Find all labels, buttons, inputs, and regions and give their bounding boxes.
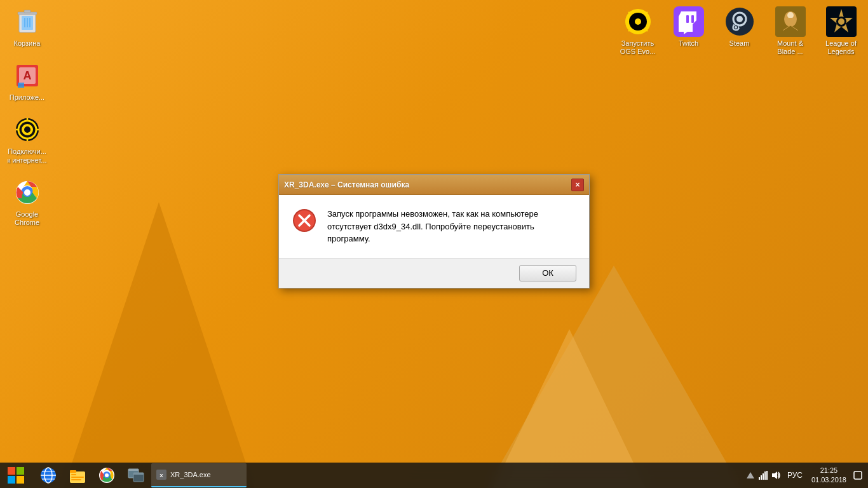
svg-rect-79: [761, 475, 762, 480]
dialog-footer: ОК: [279, 258, 589, 288]
desktop: Корзина A Приложе...: [0, 0, 868, 488]
tray-expand-icon[interactable]: [745, 470, 756, 480]
dialog-title: XR_3DA.exe – Системная ошибка: [284, 180, 409, 189]
svg-rect-56: [17, 476, 24, 484]
taskbar-chrome[interactable]: [93, 463, 121, 487]
svg-rect-82: [766, 471, 768, 480]
error-dialog: XR_3DA.exe – Системная ошибка × Запуск п…: [278, 174, 590, 288]
svg-rect-54: [17, 467, 24, 475]
taskbar: X XR_3DA.exe: [0, 463, 868, 488]
taskbar-clock[interactable]: 21:25 01.03.2018: [809, 466, 849, 485]
svg-marker-83: [772, 471, 777, 479]
tray-volume-icon[interactable]: [771, 470, 781, 480]
error-icon: [292, 208, 317, 236]
svg-rect-81: [764, 471, 766, 480]
svg-rect-63: [70, 470, 76, 473]
dialog-overlay: XR_3DA.exe – Системная ошибка × Запуск п…: [0, 0, 868, 463]
svg-rect-80: [763, 473, 764, 480]
taskbar-date: 01.03.2018: [811, 475, 846, 485]
dialog-close-button[interactable]: ×: [571, 179, 584, 191]
system-tray: [745, 470, 781, 480]
svg-marker-77: [747, 472, 754, 478]
svg-rect-55: [8, 476, 15, 484]
taskbar-window-manager[interactable]: [122, 463, 150, 487]
svg-rect-78: [759, 477, 760, 480]
dialog-titlebar: XR_3DA.exe – Системная ошибка ×: [279, 175, 589, 195]
language-indicator[interactable]: РУС: [785, 471, 805, 480]
tray-notification-icon[interactable]: [853, 470, 863, 480]
svg-rect-66: [71, 479, 81, 480]
start-button[interactable]: [0, 463, 32, 488]
dialog-message: Запуск программы невозможен, так как на …: [327, 208, 576, 245]
svg-rect-65: [71, 477, 84, 478]
svg-rect-64: [71, 474, 76, 475]
taskbar-time: 21:25: [820, 466, 838, 475]
tray-network-icon[interactable]: [758, 470, 768, 480]
svg-rect-72: [128, 469, 139, 471]
taskbar-window-label: XR_3DA.exe: [170, 471, 211, 478]
dialog-body: Запуск программы невозможен, так как на …: [279, 195, 589, 258]
dialog-ok-button[interactable]: ОК: [519, 265, 576, 281]
taskbar-explorer[interactable]: [64, 463, 92, 487]
svg-point-70: [105, 473, 109, 477]
taskbar-ie[interactable]: [34, 463, 62, 487]
taskbar-active-window[interactable]: X XR_3DA.exe: [151, 463, 247, 487]
svg-rect-84: [854, 471, 862, 479]
svg-rect-74: [133, 473, 144, 475]
svg-rect-53: [8, 467, 15, 475]
taskbar-apps: X XR_3DA.exe: [32, 463, 740, 488]
svg-text:X: X: [159, 473, 163, 478]
taskbar-right: РУС 21:25 01.03.2018: [740, 463, 868, 488]
